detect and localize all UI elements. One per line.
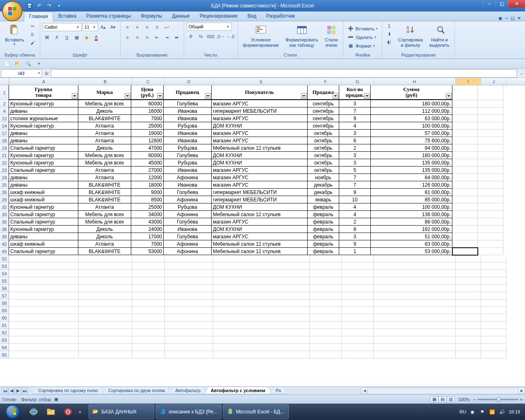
table-cell[interactable]: Кухонный гарнитур bbox=[9, 225, 78, 233]
row-header[interactable]: 32 bbox=[0, 203, 9, 211]
align-right-icon[interactable]: ≡ bbox=[143, 33, 152, 42]
cell[interactable] bbox=[478, 174, 503, 181]
cell[interactable] bbox=[481, 314, 507, 322]
cell[interactable] bbox=[79, 322, 132, 329]
cell[interactable] bbox=[374, 255, 456, 262]
table-cell[interactable]: 12000 bbox=[131, 173, 164, 181]
cell[interactable] bbox=[165, 344, 213, 351]
table-cell[interactable]: 45000 bbox=[131, 159, 164, 167]
row-header[interactable]: 12 bbox=[0, 115, 9, 122]
font-color-icon[interactable]: A bbox=[92, 33, 101, 42]
table-cell[interactable]: 7000 bbox=[131, 114, 164, 122]
table-cell[interactable]: Афонина bbox=[163, 240, 212, 248]
table-cell[interactable]: 94 000,00р. bbox=[370, 144, 452, 152]
cell[interactable] bbox=[374, 329, 456, 336]
cell[interactable] bbox=[478, 248, 503, 255]
undo-icon[interactable]: ↶ bbox=[35, 2, 43, 10]
cell[interactable] bbox=[9, 299, 79, 307]
column-header[interactable]: J bbox=[481, 78, 507, 85]
table-cell[interactable]: декабрь bbox=[307, 188, 339, 196]
cell[interactable] bbox=[374, 314, 456, 322]
cell[interactable] bbox=[456, 285, 481, 292]
align-left-icon[interactable]: ≡ bbox=[123, 33, 132, 42]
table-cell[interactable]: Спальный гарнитур bbox=[9, 210, 78, 218]
zoom-out-icon[interactable]: − bbox=[473, 397, 475, 402]
table-cell[interactable]: 18000 bbox=[131, 181, 164, 189]
row-header[interactable]: 22 bbox=[0, 159, 9, 167]
row-header[interactable]: 65 bbox=[0, 351, 9, 358]
table-cell[interactable]: 4 bbox=[339, 203, 371, 211]
cell[interactable] bbox=[478, 196, 503, 203]
sheet-tab[interactable]: Автофильтр с условием bbox=[205, 387, 271, 394]
font-name-combo[interactable]: Calibri▼ bbox=[43, 23, 82, 31]
table-cell[interactable]: 24000 bbox=[131, 225, 164, 233]
macro-record-icon[interactable]: ▣ bbox=[54, 397, 58, 402]
horizontal-scrollbar[interactable]: ◀▶ bbox=[361, 388, 525, 394]
column-header[interactable]: C bbox=[132, 78, 165, 85]
table-cell[interactable]: 9000 bbox=[131, 188, 164, 196]
row-header[interactable]: 62 bbox=[0, 329, 9, 336]
table-cell[interactable]: 8500 bbox=[131, 196, 164, 203]
row-header[interactable]: 54 bbox=[0, 270, 9, 277]
cell[interactable] bbox=[132, 255, 165, 262]
filter-button[interactable] bbox=[301, 93, 307, 99]
normal-view-icon[interactable]: ▦ bbox=[430, 396, 438, 403]
cell[interactable] bbox=[165, 285, 213, 292]
cell[interactable] bbox=[481, 329, 507, 336]
sheet-tab[interactable]: Сортировка по двум полям bbox=[103, 387, 170, 394]
table-cell[interactable]: 47000 bbox=[131, 144, 164, 152]
table-cell[interactable]: 5 bbox=[339, 166, 371, 174]
open-icon[interactable]: 📂 bbox=[13, 60, 22, 68]
ribbon-restore-icon[interactable]: ◱ bbox=[511, 16, 515, 21]
grow-font-icon[interactable]: A▴ bbox=[99, 23, 108, 32]
table-cell[interactable]: февраль bbox=[307, 218, 339, 226]
cell[interactable] bbox=[310, 270, 342, 277]
row-header[interactable]: 58 bbox=[0, 299, 9, 307]
cell[interactable] bbox=[132, 270, 165, 277]
table-cell[interactable]: февраль bbox=[307, 240, 339, 248]
cell[interactable] bbox=[213, 307, 310, 314]
cell[interactable] bbox=[132, 277, 165, 285]
table-cell[interactable]: BLAK&WHITE bbox=[78, 196, 131, 203]
cell[interactable] bbox=[456, 344, 481, 351]
row-header[interactable]: 2 bbox=[0, 100, 9, 107]
select-all-corner[interactable] bbox=[0, 78, 9, 85]
cell[interactable] bbox=[342, 344, 374, 351]
cell[interactable] bbox=[132, 262, 165, 270]
cell[interactable] bbox=[452, 189, 478, 196]
table-cell[interactable]: 81 000,00р. bbox=[370, 188, 452, 196]
fill-icon[interactable]: ⬇ bbox=[385, 30, 394, 38]
cell[interactable] bbox=[478, 240, 503, 248]
table-cell[interactable]: Мебельный салон 12 стульев bbox=[211, 144, 308, 152]
page-break-view-icon[interactable]: ▥ bbox=[447, 396, 455, 403]
table-cell[interactable]: Рубцова bbox=[163, 122, 212, 130]
ribbon-tab[interactable]: Разметка страницы bbox=[81, 11, 136, 21]
maximize-button[interactable]: ◱ bbox=[495, 0, 508, 7]
table-cell[interactable]: гипермаркет МЕБЕЛЬСИТИ bbox=[211, 196, 308, 203]
table-cell[interactable]: октябрь bbox=[307, 144, 339, 152]
table-cell[interactable]: 3 bbox=[339, 159, 371, 167]
column-header[interactable]: G bbox=[342, 78, 374, 85]
zoom-slider[interactable] bbox=[477, 399, 518, 400]
cell[interactable] bbox=[481, 292, 507, 299]
copy-icon[interactable]: ⎘ bbox=[28, 31, 37, 38]
find-select-button[interactable]: Найти и выделить bbox=[427, 23, 452, 49]
table-cell[interactable]: 7000 bbox=[131, 240, 164, 248]
table-cell[interactable]: 25000 bbox=[131, 203, 164, 211]
cell[interactable] bbox=[456, 292, 481, 299]
increase-decimal-icon[interactable]: .0→ bbox=[216, 32, 225, 41]
table-cell[interactable]: 6 bbox=[339, 137, 371, 144]
table-cell[interactable]: Атланта bbox=[78, 129, 131, 137]
cell[interactable] bbox=[452, 115, 478, 122]
underline-icon[interactable]: Ч bbox=[62, 33, 71, 42]
sheet-prev-icon[interactable]: ◀ bbox=[8, 388, 15, 394]
ribbon-tab[interactable]: Вид bbox=[242, 11, 261, 21]
font-size-combo[interactable]: 11▼ bbox=[82, 23, 98, 31]
ribbon-tab[interactable]: Главная bbox=[24, 11, 53, 21]
table-cell[interactable]: 3 bbox=[339, 233, 371, 240]
table-cell[interactable]: магазин АРГУС bbox=[211, 233, 308, 240]
table-cell[interactable]: 4 bbox=[339, 210, 371, 218]
cell[interactable] bbox=[452, 167, 478, 174]
ribbon-tab[interactable]: Разработчик bbox=[261, 11, 300, 21]
table-cell[interactable]: Атланта bbox=[78, 137, 131, 144]
